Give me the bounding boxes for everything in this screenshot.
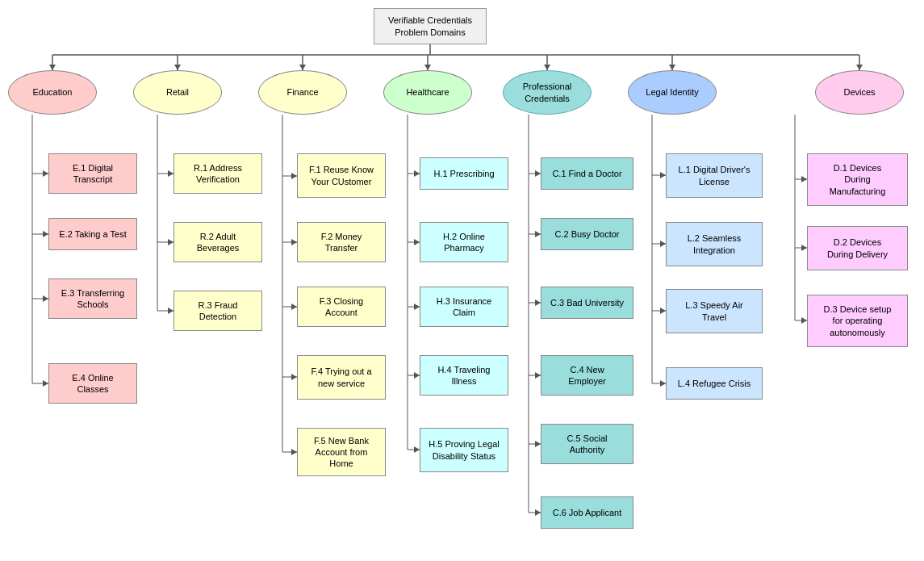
svg-marker-36 [291,239,297,245]
category-education: Education [8,70,97,115]
category-devices: Devices [815,70,904,115]
item-C1-label: C.1 Find a Doctor [552,168,621,179]
item-R1: R.1 Address Verification [174,153,262,194]
item-L4: L.4 Refugee Crisis [666,367,763,400]
item-F3-label: F.3 Closing Account [320,295,363,319]
item-C2-label: C.2 Busy Doctor [554,228,619,240]
svg-marker-71 [660,241,666,247]
svg-marker-73 [660,308,666,314]
category-retail: Retail [133,70,222,115]
item-E2: E.2 Taking a Test [48,218,137,250]
svg-marker-13 [544,65,550,70]
item-C6: C.6 Job Applicant [541,496,633,529]
category-legal-label: Legal Identity [646,86,698,98]
item-H1-label: H.1 Prescribing [433,168,494,179]
svg-marker-53 [414,446,420,453]
svg-marker-82 [801,317,807,324]
item-E3: E.3 Transferring Schools [48,278,137,319]
item-F2: F.2 Money Transfer [297,222,386,262]
item-D1-label: D.1 Devices During Manufacturing [830,162,886,197]
item-C5: C.5 Social Authority [541,424,633,464]
item-L1: L.1 Digital Driver's License [666,153,763,198]
item-E3-label: E.3 Transferring Schools [61,287,124,311]
svg-marker-45 [414,170,420,177]
svg-marker-31 [168,308,174,314]
item-H3-label: H.3 Insurance Claim [437,295,491,319]
item-L2: L.2 Seamless Integration [666,222,763,266]
root-label: Verifiable Credentials Problem Domains [388,15,472,38]
svg-marker-15 [856,65,863,70]
item-H5: H.5 Proving Legal Disability Status [420,428,508,472]
item-C4: C.4 New Employer [541,355,633,396]
svg-marker-20 [43,231,48,237]
item-D3: D.3 Device setup for operating autonomou… [807,295,908,347]
item-F4-label: F.4 Trying out a new service [311,366,371,389]
item-C4-label: C.4 New Employer [568,364,605,387]
svg-marker-56 [535,170,541,177]
svg-marker-34 [291,173,297,179]
category-education-label: Education [33,86,73,98]
item-E4: E.4 Online Classes [48,363,137,404]
item-F3: F.3 Closing Account [297,287,386,327]
svg-marker-80 [801,245,807,251]
item-R3: R.3 Fraud Detection [174,291,262,331]
item-L3: L.3 Speedy Air Travel [666,289,763,333]
item-C1: C.1 Find a Doctor [541,157,633,190]
item-E1: E.1 Digital Transcript [48,153,137,194]
item-F1-label: F.1 Reuse Know Your CUstomer [309,164,374,187]
category-professional: Professional Credentials [503,70,592,115]
svg-marker-12 [424,65,431,70]
item-H4-label: H.4 Traveling Illness [438,364,491,387]
svg-marker-10 [174,65,181,70]
item-E1-label: E.1 Digital Transcript [73,162,113,186]
item-R2: R.2 Adult Beverages [174,222,262,262]
svg-marker-22 [43,295,48,302]
item-D2: D.2 Devices During Delivery [807,226,908,270]
item-D2-label: D.2 Devices During Delivery [827,237,888,260]
item-H4: H.4 Traveling Illness [420,355,508,396]
item-R2-label: R.2 Adult Beverages [197,231,240,254]
svg-marker-62 [535,372,541,379]
item-R3-label: R.3 Fraud Detection [199,299,238,323]
item-F5: F.5 New Bank Account from Home [297,428,386,476]
category-healthcare-label: Healthcare [406,86,449,98]
category-finance-label: Finance [286,86,318,98]
svg-marker-29 [168,239,174,245]
svg-marker-24 [43,380,48,387]
item-L4-label: L.4 Refugee Crisis [678,378,751,389]
svg-marker-64 [535,441,541,447]
svg-marker-11 [299,65,306,70]
item-H2: H.2 Online Pharmacy [420,222,508,262]
item-F5-label: F.5 New Bank Account from Home [314,435,369,470]
svg-marker-9 [49,65,56,70]
item-C3: C.3 Bad University [541,287,633,319]
svg-marker-60 [535,299,541,306]
svg-marker-78 [801,176,807,182]
svg-marker-38 [291,304,297,310]
item-C2: C.2 Busy Doctor [541,218,633,250]
category-retail-label: Retail [166,86,189,98]
svg-marker-40 [291,374,297,380]
svg-marker-27 [168,170,174,177]
item-E4-label: E.4 Online Classes [72,372,113,396]
root-node: Verifiable Credentials Problem Domains [374,8,487,44]
category-professional-label: Professional Credentials [523,81,572,104]
svg-marker-18 [43,170,48,177]
item-H1: H.1 Prescribing [420,157,508,190]
svg-marker-47 [414,239,420,245]
item-H2-label: H.2 Online Pharmacy [443,231,485,254]
svg-marker-69 [660,172,666,178]
item-F2-label: F.2 Money Transfer [321,231,362,254]
svg-marker-66 [535,509,541,516]
item-H3: H.3 Insurance Claim [420,287,508,327]
item-L3-label: L.3 Speedy Air Travel [685,299,743,323]
svg-marker-51 [414,372,420,379]
item-H5-label: H.5 Proving Legal Disability Status [429,438,499,462]
item-E2-label: E.2 Taking a Test [59,228,126,240]
svg-marker-42 [291,449,297,455]
item-L1-label: L.1 Digital Driver's License [679,164,750,187]
item-C5-label: C.5 Social Authority [567,433,607,456]
svg-marker-75 [660,380,666,387]
category-finance: Finance [258,70,347,115]
svg-marker-58 [535,231,541,237]
